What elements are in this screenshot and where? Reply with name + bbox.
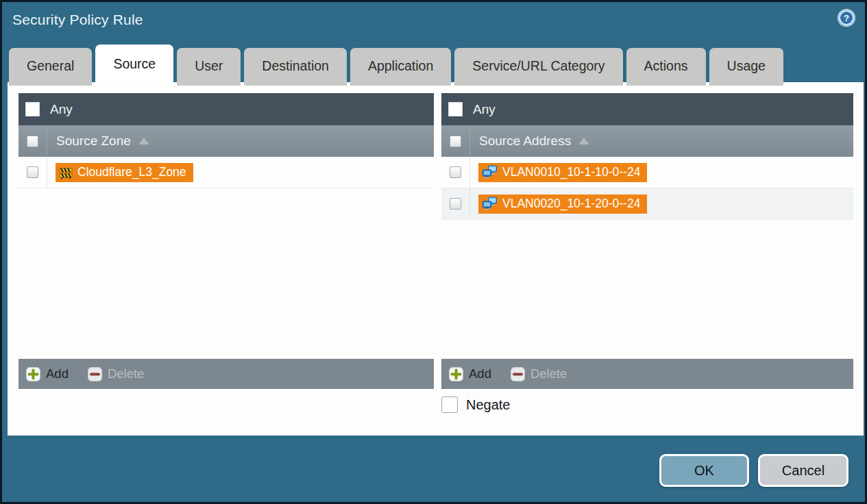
tab-actions[interactable]: Actions: [626, 48, 706, 86]
tab-source[interactable]: Source: [95, 45, 173, 86]
source-zone-delete-button[interactable]: Delete: [88, 366, 144, 381]
delete-label: Delete: [530, 366, 567, 381]
tab-user[interactable]: User: [177, 48, 241, 86]
source-zone-sort-header[interactable]: Source Zone: [56, 125, 149, 157]
source-zone-tag-label: Cloudflare_L3_Zone: [77, 165, 186, 179]
source-address-any-label: Any: [473, 102, 496, 117]
security-policy-rule-dialog: Security Policy Rule ? General Source Us…: [0, 0, 867, 504]
source-address-column-label: Source Address: [479, 134, 571, 149]
source-zone-any-label: Any: [50, 102, 73, 117]
tab-service-url-category[interactable]: Service/URL Category: [454, 48, 622, 86]
source-address-row-checkbox-1[interactable]: [450, 166, 461, 178]
source-address-tag-2[interactable]: VLAN0020_10-1-20-0--24: [478, 194, 647, 214]
table-row: VLAN0020_10-1-20-0--24: [441, 188, 853, 220]
source-zone-any-header: Any: [19, 93, 434, 125]
add-label: Add: [46, 366, 69, 381]
source-address-panel: Any Source Address: [441, 93, 853, 389]
source-address-tag-label: VLAN0010_10-1-10-0--24: [502, 165, 640, 179]
delete-minus-icon: [88, 367, 102, 381]
source-address-add-button[interactable]: Add: [449, 366, 491, 381]
source-zone-column-header: Source Zone: [19, 125, 434, 157]
source-address-tag-1[interactable]: VLAN0010_10-1-10-0--24: [478, 163, 647, 182]
source-zone-row-checkbox[interactable]: [27, 166, 38, 178]
sort-ascending-icon: [138, 138, 149, 144]
tab-destination[interactable]: Destination: [244, 48, 347, 86]
tab-usage[interactable]: Usage: [709, 48, 783, 86]
source-address-any-header: Any: [441, 93, 853, 125]
add-label: Add: [469, 366, 491, 381]
source-address-column-header: Source Address: [441, 125, 853, 157]
zone-icon: [59, 166, 73, 179]
source-address-sort-header[interactable]: Source Address: [479, 125, 589, 157]
add-plus-icon: [26, 367, 40, 381]
source-zone-tag[interactable]: Cloudflare_L3_Zone: [56, 163, 193, 182]
source-zone-list: Cloudflare_L3_Zone: [19, 157, 434, 359]
tab-application[interactable]: Application: [350, 48, 451, 86]
source-address-any-checkbox[interactable]: [448, 102, 463, 116]
source-zone-column-label: Source Zone: [56, 134, 131, 149]
source-address-list: VLAN0010_10-1-10-0--24: [441, 157, 853, 359]
source-zone-add-button[interactable]: Add: [26, 366, 69, 381]
network-icon: [482, 197, 498, 211]
source-tab-content: Any Source Zone: [8, 82, 864, 436]
network-icon: [482, 165, 498, 179]
delete-label: Delete: [108, 366, 144, 381]
source-zone-any-checkbox[interactable]: [25, 102, 40, 116]
dialog-title: Security Policy Rule: [12, 12, 143, 28]
source-zone-select-all-checkbox[interactable]: [27, 136, 38, 147]
sort-ascending-icon: [578, 138, 589, 144]
svg-text:?: ?: [844, 13, 849, 23]
source-address-select-all-checkbox[interactable]: [450, 136, 461, 147]
source-address-footer: Add Delete: [441, 359, 853, 389]
delete-minus-icon: [511, 367, 525, 381]
title-bar: Security Policy Rule ?: [2, 2, 865, 45]
cancel-button[interactable]: Cancel: [758, 454, 848, 487]
source-zone-panel: Any Source Zone: [19, 93, 434, 389]
source-address-row-checkbox-2[interactable]: [450, 198, 461, 210]
table-row: Cloudflare_L3_Zone: [19, 157, 434, 188]
negate-label: Negate: [466, 397, 511, 413]
tab-bar: General Source User Destination Applicat…: [9, 45, 783, 86]
source-address-delete-button[interactable]: Delete: [511, 366, 567, 381]
source-zone-footer: Add Delete: [19, 359, 434, 389]
negate-row: Negate: [441, 396, 511, 413]
ok-button[interactable]: OK: [659, 454, 749, 487]
help-icon[interactable]: ?: [837, 8, 856, 27]
negate-checkbox[interactable]: [441, 396, 458, 413]
table-row: VLAN0010_10-1-10-0--24: [441, 157, 853, 188]
add-plus-icon: [449, 367, 463, 381]
tab-general[interactable]: General: [9, 48, 92, 86]
source-address-tag-label: VLAN0020_10-1-20-0--24: [502, 197, 640, 211]
